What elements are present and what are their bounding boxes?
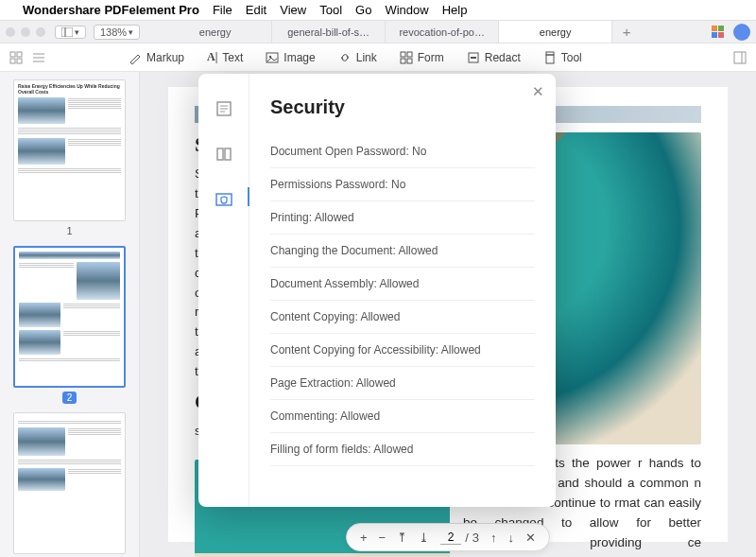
active-tab-indicator [248,187,249,206]
description-tab-icon[interactable] [214,98,234,119]
security-row-changing: Changing the Document: Allowed [270,235,535,268]
security-row-form-fields: Filling of form fields: Allowed [270,433,535,466]
security-tab-icon[interactable] [214,189,234,210]
svg-rect-26 [225,148,231,160]
security-row-copying-accessibility: Content Copying for Accessibility: Allow… [270,334,535,367]
security-row-copying: Content Copying: Allowed [270,301,535,334]
svg-rect-25 [217,148,223,160]
dialog-overlay: ✕ Security Document Open Password: No Pe… [0,0,756,557]
security-row-page-extraction: Page Extraction: Allowed [270,367,535,400]
security-row-commenting: Commenting: Allowed [270,400,535,433]
close-dialog-icon[interactable]: ✕ [532,83,544,100]
security-row-printing: Printing: Allowed [270,201,535,235]
dialog-body: Security Document Open Password: No Perm… [249,74,556,507]
properties-dialog: ✕ Security Document Open Password: No Pe… [198,74,556,507]
initial-view-tab-icon[interactable] [214,144,234,165]
security-row-open-password: Document Open Password: No [270,135,535,168]
security-row-permissions-password: Permissions Password: No [270,168,535,201]
dialog-sidebar [198,74,249,507]
dialog-title: Security [270,96,535,118]
security-row-assembly: Document Assembly: Allowed [270,268,535,301]
